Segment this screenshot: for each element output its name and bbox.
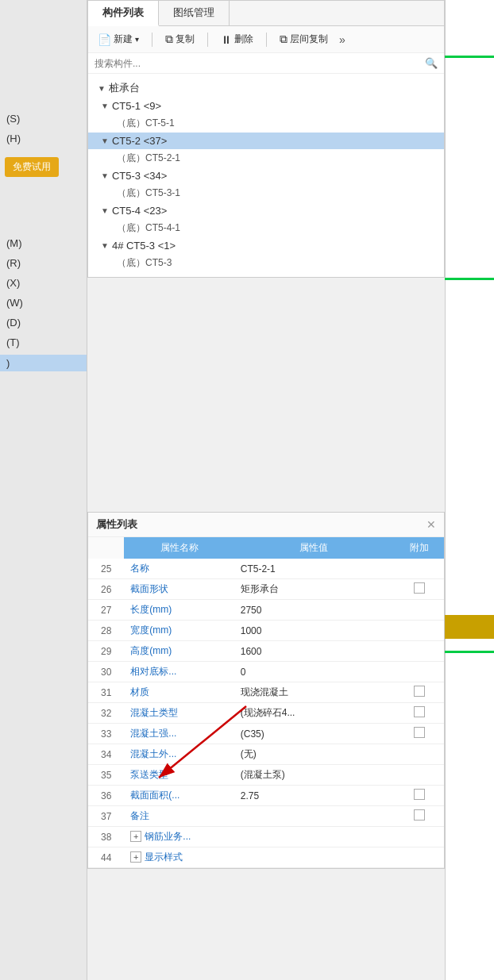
sidebar-key-paren[interactable]: ) xyxy=(0,355,87,371)
copy-button[interactable]: ⧉ 复制 xyxy=(162,31,198,48)
expand-icon[interactable]: + xyxy=(130,831,141,842)
row-value[interactable]: (现浇碎石4... xyxy=(234,703,394,724)
table-row[interactable]: 31材质现浇混凝土 xyxy=(88,682,444,703)
row-name[interactable]: 高度(mm) xyxy=(124,641,233,662)
sidebar-key-m[interactable]: (M) xyxy=(0,236,87,251)
row-name[interactable]: 混凝土类型 xyxy=(124,703,233,724)
row-value[interactable]: 2.75 xyxy=(234,786,394,806)
row-name[interactable]: 混凝土外... xyxy=(124,744,233,765)
row-value[interactable] xyxy=(234,806,394,827)
ct5-3-toggle: ▼ xyxy=(101,171,109,180)
row-name[interactable]: 宽度(mm) xyxy=(124,621,233,641)
ct5-4-1-label: （底）CT5-4-1 xyxy=(117,221,180,235)
row-name[interactable]: 名称 xyxy=(124,559,233,579)
search-input[interactable] xyxy=(95,58,425,69)
tree-root-pile-cap[interactable]: ▼ 桩承台 xyxy=(88,79,444,98)
row-value[interactable]: (混凝土泵) xyxy=(234,765,394,786)
tree-item-ct5-3-1[interactable]: （底）CT5-3-1 xyxy=(88,184,444,202)
row-value[interactable] xyxy=(234,847,394,868)
floor-copy-button[interactable]: ⧉ 层间复制 xyxy=(276,31,331,48)
row-value[interactable]: 1600 xyxy=(234,641,394,662)
row-checkbox[interactable] xyxy=(414,686,425,697)
delete-icon: ⏸ xyxy=(221,33,232,46)
table-row[interactable]: 35泵送类型(混凝土泵) xyxy=(88,765,444,786)
delete-button[interactable]: ⏸ 删除 xyxy=(218,31,257,48)
tree-item-ct5-3b-1[interactable]: （底）CT5-3 xyxy=(88,254,444,272)
table-row[interactable]: 32混凝土类型(现浇碎石4... xyxy=(88,703,444,724)
row-add-cell xyxy=(394,827,444,847)
row-name[interactable]: 相对底标... xyxy=(124,662,233,682)
row-checkbox[interactable] xyxy=(414,706,425,717)
row-num: 36 xyxy=(88,786,124,806)
row-value[interactable]: (无) xyxy=(234,744,394,765)
tree-item-ct5-2-1[interactable]: （底）CT5-2-1 xyxy=(88,149,444,167)
row-name[interactable]: 材质 xyxy=(124,682,233,703)
floor-copy-label: 层间复制 xyxy=(290,33,328,46)
row-value[interactable]: 2750 xyxy=(234,600,394,621)
tree-item-ct5-4[interactable]: ▼ CT5-4 <23> xyxy=(88,202,444,219)
more-button[interactable]: » xyxy=(339,33,345,46)
ct5-3-label: CT5-3 <34> xyxy=(112,170,167,182)
row-name[interactable]: 截面形状 xyxy=(124,579,233,600)
row-name[interactable]: 长度(mm) xyxy=(124,600,233,621)
row-value[interactable]: 1000 xyxy=(234,621,394,641)
tab-component-list[interactable]: 构件列表 xyxy=(88,1,159,26)
table-row[interactable]: 28宽度(mm)1000 xyxy=(88,621,444,641)
sidebar-key-h[interactable]: (H) xyxy=(0,131,87,146)
right-strip xyxy=(445,0,494,980)
row-name[interactable]: 截面面积(... xyxy=(124,786,233,806)
tree-item-ct5-1[interactable]: ▼ CT5-1 <9> xyxy=(88,98,444,114)
row-value[interactable]: 现浇混凝土 xyxy=(234,682,394,703)
row-value[interactable]: (C35) xyxy=(234,724,394,744)
yellow-bar xyxy=(445,615,494,639)
table-row[interactable]: 44+显示样式 xyxy=(88,847,444,868)
free-trial-button[interactable]: 免费试用 xyxy=(5,157,59,177)
table-row[interactable]: 36截面面积(...2.75 xyxy=(88,786,444,806)
table-row[interactable]: 27长度(mm)2750 xyxy=(88,600,444,621)
table-row[interactable]: 33混凝土强...(C35) xyxy=(88,724,444,744)
table-row[interactable]: 37备注 xyxy=(88,806,444,827)
row-name[interactable]: +钢筋业务... xyxy=(124,827,233,847)
table-row[interactable]: 29高度(mm)1600 xyxy=(88,641,444,662)
new-button[interactable]: 📄 新建 ▾ xyxy=(95,31,142,48)
row-name[interactable]: 混凝土强... xyxy=(124,724,233,744)
sidebar-key-r[interactable]: (R) xyxy=(0,256,87,271)
row-name[interactable]: 泵送类型 xyxy=(124,765,233,786)
expand-icon[interactable]: + xyxy=(130,851,141,863)
row-add-cell xyxy=(394,765,444,786)
row-checkbox[interactable] xyxy=(414,789,425,800)
row-value[interactable]: 矩形承台 xyxy=(234,579,394,600)
props-title: 属性列表 xyxy=(96,517,137,532)
row-value[interactable]: 0 xyxy=(234,662,394,682)
ct5-3b-toggle: ▼ xyxy=(101,241,109,250)
table-row[interactable]: 34混凝土外...(无) xyxy=(88,744,444,765)
sidebar-key-w[interactable]: (W) xyxy=(0,295,87,310)
row-checkbox[interactable] xyxy=(414,582,425,594)
tree-item-ct5-1-1[interactable]: （底）CT-5-1 xyxy=(88,114,444,133)
row-value[interactable]: CT5-2-1 xyxy=(234,559,394,579)
table-row[interactable]: 26截面形状矩形承台 xyxy=(88,579,444,600)
tree-item-ct5-4-1[interactable]: （底）CT5-4-1 xyxy=(88,219,444,237)
tab-drawing-manage[interactable]: 图纸管理 xyxy=(159,1,230,25)
tree-item-ct5-2[interactable]: ▼ CT5-2 <37> xyxy=(88,133,444,149)
delete-label: 删除 xyxy=(234,33,253,46)
component-list-panel: 构件列表 图纸管理 📄 新建 ▾ ⧉ 复制 ⏸ 删除 ⧉ 层间复制 » 🔍 xyxy=(87,0,445,278)
tree-item-ct5-3b[interactable]: ▼ 4# CT5-3 <1> xyxy=(88,237,444,254)
new-dropdown-icon[interactable]: ▾ xyxy=(135,35,139,44)
row-value[interactable] xyxy=(234,827,394,847)
sidebar-key-d[interactable]: (D) xyxy=(0,315,87,330)
table-row[interactable]: 38+钢筋业务... xyxy=(88,827,444,847)
props-close-button[interactable]: ✕ xyxy=(426,518,436,531)
row-name[interactable]: 备注 xyxy=(124,806,233,827)
tree-item-ct5-3[interactable]: ▼ CT5-3 <34> xyxy=(88,167,444,184)
sidebar-key-x[interactable]: (X) xyxy=(0,275,87,290)
row-name[interactable]: +显示样式 xyxy=(124,847,233,868)
sidebar-key-t[interactable]: (T) xyxy=(0,335,87,350)
ct5-2-1-label: （底）CT5-2-1 xyxy=(117,152,180,165)
row-checkbox[interactable] xyxy=(414,727,425,738)
table-row[interactable]: 30相对底标...0 xyxy=(88,662,444,682)
row-num: 33 xyxy=(88,724,124,744)
row-checkbox[interactable] xyxy=(414,809,425,821)
table-row[interactable]: 25名称CT5-2-1 xyxy=(88,559,444,579)
sidebar-key-s[interactable]: (S) xyxy=(0,111,87,126)
